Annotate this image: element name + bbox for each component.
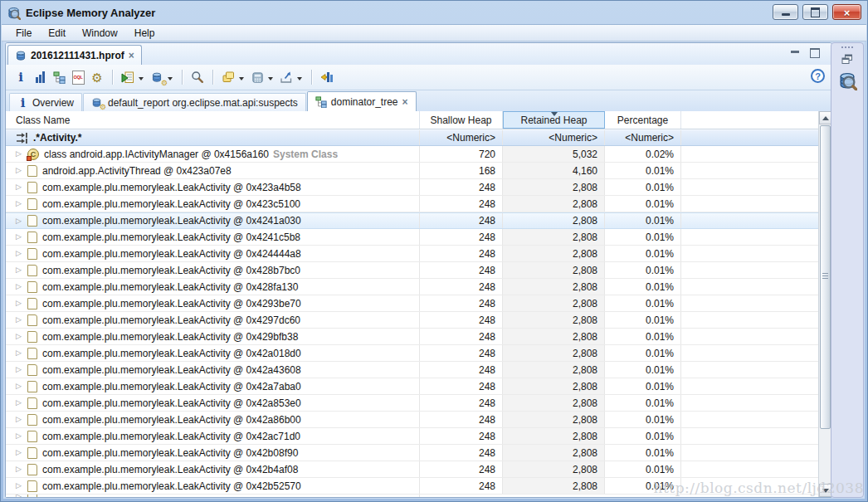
expand-arrow-icon[interactable] [16,432,27,440]
column-header-class_name[interactable]: Class Name [6,111,420,129]
expand-arrow-icon[interactable] [16,150,27,158]
table-row[interactable]: com.example.plu.memoryleak.LeakActivity … [6,461,818,478]
expand-arrow-icon[interactable] [16,266,27,274]
result-tab-label: default_report org.eclipse.mat.api:suspe… [108,97,298,109]
expand-arrow-icon[interactable] [16,217,27,225]
table-row[interactable]: com.example.plu.memoryleak.LeakActivity … [6,329,818,345]
query-browser-button[interactable] [149,69,165,85]
main-area: 201612111431.hprof [3,41,865,499]
table-row[interactable]: com.example.plu.memoryleak.LeakActivity … [6,279,818,295]
result-tab[interactable]: default_report org.eclipse.mat.api:suspe… [83,93,306,111]
table-row[interactable]: com.example.plu.memoryleak.LeakActivity … [6,395,818,412]
oql-button[interactable] [70,69,86,85]
table-row[interactable]: com.example.plu.memoryleak.LeakActivity … [6,362,818,378]
dropdown-arrow[interactable] [168,77,173,83]
table-row[interactable]: com.example.plu.memoryleak.LeakActivity … [6,412,818,428]
overview-button[interactable] [12,69,29,85]
column-header-retained_heap[interactable]: Retained Heap [503,111,605,129]
close-icon[interactable] [402,96,408,108]
dropdown-arrow[interactable] [139,77,144,83]
table-row[interactable]: android.app.ActivityThread @ 0x423a07e81… [6,163,818,179]
dominator-tree-button[interactable] [51,69,67,85]
expand-arrow-icon[interactable] [16,366,27,373]
expand-arrow-icon[interactable] [16,465,27,473]
table-row[interactable]: com.example.plu.memoryleak.LeakActivity … [6,229,818,246]
expand-arrow-icon[interactable] [16,383,27,390]
scrollbar-thumb[interactable] [820,125,831,429]
minimize-view-icon[interactable] [791,51,799,53]
table-row[interactable]: com.example.plu.memoryleak.LeakActivity … [6,428,818,445]
filter-row[interactable]: .*Activity.* <Numeric> <Numeric> <Numeri… [6,129,818,146]
dominator-tree-icon [315,96,327,108]
column-header-percentage[interactable]: Percentage [605,111,681,129]
filter-shallow-heap[interactable]: <Numeric> [420,130,503,145]
expand-arrow-icon[interactable] [16,300,27,307]
vertical-scrollbar[interactable] [818,111,831,497]
drag-handle-icon[interactable] [841,46,853,48]
table-row[interactable]: com.example.plu.memoryleak.LeakActivity … [6,445,818,461]
tab-close-icon[interactable] [129,50,134,61]
export-button[interactable] [278,69,295,85]
expand-arrow-icon[interactable] [16,399,27,407]
table-row[interactable]: com.example.plu.memoryleak.LeakActivity … [6,478,818,495]
editor-tab[interactable]: 201612111431.hprof [7,45,142,65]
table-row[interactable]: com.example.plu.memoryleak.LeakActivity … [6,312,818,329]
table-row[interactable]: com.example.plu.memoryleak.LeakActivity … [6,212,818,229]
histogram-button[interactable] [32,69,48,85]
close-button[interactable] [832,4,861,20]
cell-percentage: 0.02% [605,146,681,162]
menu-help[interactable]: Help [127,27,163,40]
table-row[interactable]: com.example.plu.memoryleak.LeakActivity … [6,378,818,395]
class-icon [27,149,39,160]
table-row[interactable]: com.example.plu.memoryleak.LeakActivity … [6,345,818,362]
table-row[interactable]: com.example.plu.memoryleak.LeakActivity … [6,196,818,212]
maximize-button[interactable] [802,4,828,20]
result-tab[interactable]: Overview [9,93,82,111]
expert-test-button[interactable] [89,69,105,85]
expand-arrow-icon[interactable] [16,250,27,257]
expand-arrow-icon[interactable] [16,183,27,191]
run-report-button[interactable] [119,69,136,85]
table-row[interactable]: com.example.plu.memoryleak.LeakActivity … [6,295,818,312]
filter-icon [16,132,30,144]
instance-icon [27,248,37,260]
calculator-button[interactable] [249,69,266,85]
table-row[interactable]: class android.app.IActivityManager @ 0x4… [6,146,818,163]
table-row[interactable]: com.example.plu.memoryleak.LeakActivity … [6,262,818,279]
minimize-button[interactable] [773,4,798,20]
table-row[interactable]: com.example.plu.memoryleak.LeakActivity … [6,179,818,196]
expand-arrow-icon[interactable] [16,349,27,357]
help-button[interactable]: ? [811,69,825,83]
expand-arrow-icon[interactable] [16,482,27,490]
dropdown-arrow[interactable] [268,77,273,83]
memory-analysis-perspective-button[interactable] [837,71,857,90]
group-by-button[interactable] [220,69,237,85]
expand-arrow-icon[interactable] [16,449,27,456]
maximize-view-icon[interactable] [810,48,820,58]
menu-file[interactable]: File [8,27,39,40]
table-body: .*Activity.* <Numeric> <Numeric> <Numeri… [6,129,818,497]
expand-arrow-icon[interactable] [16,316,27,324]
restore-view-button[interactable] [841,54,853,65]
row-label: class android.app.IActivityManager @ 0x4… [44,149,269,160]
search-button[interactable] [189,69,206,85]
menu-edit[interactable]: Edit [41,27,73,40]
expand-arrow-icon[interactable] [16,233,27,241]
menu-window[interactable]: Window [75,27,125,40]
expand-arrow-icon[interactable] [16,200,27,207]
cell-retained_heap: 2,808 [503,196,605,212]
expand-arrow-icon[interactable] [16,416,27,423]
column-header-shallow_heap[interactable]: Shallow Heap [420,111,503,129]
result-tab[interactable]: dominator_tree [307,91,417,111]
filter-retained-heap[interactable]: <Numeric> [503,130,605,145]
dropdown-arrow[interactable] [239,77,244,83]
expand-arrow-icon[interactable] [16,333,27,340]
expand-arrow-icon[interactable] [16,283,27,290]
compare-button[interactable] [319,69,335,85]
restore-icon [841,54,853,65]
sort-indicator [551,112,558,119]
expand-arrow-icon[interactable] [16,167,27,174]
filter-percentage[interactable]: <Numeric> [605,130,681,145]
table-row[interactable]: com.example.plu.memoryleak.LeakActivity … [6,246,818,262]
dropdown-arrow[interactable] [297,77,302,83]
